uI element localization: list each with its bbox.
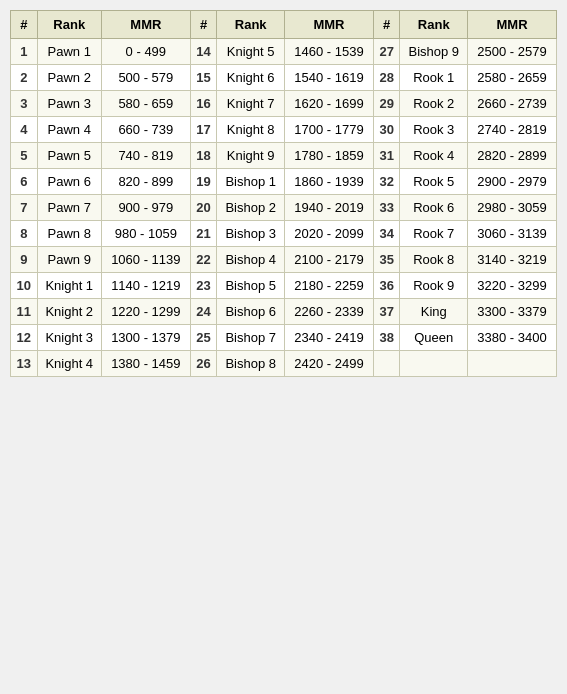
table-cell: Rook 9 — [400, 273, 468, 299]
table-cell: 11 — [11, 299, 38, 325]
table-cell: 740 - 819 — [101, 143, 190, 169]
table-cell: Knight 4 — [37, 351, 101, 377]
col-header-rank1: Rank — [37, 11, 101, 39]
table-cell: 2900 - 2979 — [468, 169, 557, 195]
table-cell: Rook 4 — [400, 143, 468, 169]
table-cell: Knight 5 — [217, 39, 285, 65]
table-cell: 34 — [373, 221, 400, 247]
table-cell: 2 — [11, 65, 38, 91]
table-cell: 1220 - 1299 — [101, 299, 190, 325]
col-header-rank2: Rank — [217, 11, 285, 39]
table-cell: 12 — [11, 325, 38, 351]
table-cell: 17 — [190, 117, 217, 143]
col-header-mmr3: MMR — [468, 11, 557, 39]
table-cell: Rook 2 — [400, 91, 468, 117]
table-row: 9Pawn 91060 - 113922Bishop 42100 - 21793… — [11, 247, 557, 273]
table-cell — [468, 351, 557, 377]
table-cell: 29 — [373, 91, 400, 117]
table-cell: 24 — [190, 299, 217, 325]
table-cell: 30 — [373, 117, 400, 143]
table-cell: 38 — [373, 325, 400, 351]
table-cell: Bishop 7 — [217, 325, 285, 351]
table-cell: 28 — [373, 65, 400, 91]
table-cell: Bishop 5 — [217, 273, 285, 299]
table-cell: Pawn 9 — [37, 247, 101, 273]
table-cell: 21 — [190, 221, 217, 247]
table-cell: 4 — [11, 117, 38, 143]
table-cell: Pawn 4 — [37, 117, 101, 143]
table-cell: 1540 - 1619 — [284, 65, 373, 91]
table-cell: Pawn 6 — [37, 169, 101, 195]
table-cell: 5 — [11, 143, 38, 169]
table-cell: 27 — [373, 39, 400, 65]
table-cell: 1060 - 1139 — [101, 247, 190, 273]
table-cell: Pawn 5 — [37, 143, 101, 169]
table-cell: 35 — [373, 247, 400, 273]
table-cell: 3380 - 3400 — [468, 325, 557, 351]
table-cell: Bishop 2 — [217, 195, 285, 221]
table-cell: 3060 - 3139 — [468, 221, 557, 247]
table-row: 8Pawn 8980 - 105921Bishop 32020 - 209934… — [11, 221, 557, 247]
table-cell: 2420 - 2499 — [284, 351, 373, 377]
table-cell: 1140 - 1219 — [101, 273, 190, 299]
table-row: 6Pawn 6820 - 89919Bishop 11860 - 193932R… — [11, 169, 557, 195]
table-cell — [400, 351, 468, 377]
table-cell: 1300 - 1379 — [101, 325, 190, 351]
table-cell: 2500 - 2579 — [468, 39, 557, 65]
table-cell: 2660 - 2739 — [468, 91, 557, 117]
table-cell: 3300 - 3379 — [468, 299, 557, 325]
table-cell: 2820 - 2899 — [468, 143, 557, 169]
table-cell: 23 — [190, 273, 217, 299]
table-row: 11Knight 21220 - 129924Bishop 62260 - 23… — [11, 299, 557, 325]
table-cell: Rook 5 — [400, 169, 468, 195]
table-cell: 0 - 499 — [101, 39, 190, 65]
table-cell: Rook 3 — [400, 117, 468, 143]
table-row: 13Knight 41380 - 145926Bishop 82420 - 24… — [11, 351, 557, 377]
table-cell: Pawn 1 — [37, 39, 101, 65]
table-cell: 9 — [11, 247, 38, 273]
table-cell: Pawn 7 — [37, 195, 101, 221]
table-cell: 36 — [373, 273, 400, 299]
table-cell: Rook 8 — [400, 247, 468, 273]
table-cell: 33 — [373, 195, 400, 221]
table-cell: 2260 - 2339 — [284, 299, 373, 325]
table-cell: 660 - 739 — [101, 117, 190, 143]
table-cell: Knight 9 — [217, 143, 285, 169]
table-cell: 31 — [373, 143, 400, 169]
table-cell: Bishop 1 — [217, 169, 285, 195]
table-row: 3Pawn 3580 - 65916Knight 71620 - 169929R… — [11, 91, 557, 117]
table-cell: Knight 2 — [37, 299, 101, 325]
table-cell: 900 - 979 — [101, 195, 190, 221]
table-cell: 2740 - 2819 — [468, 117, 557, 143]
table-row: 1Pawn 10 - 49914Knight 51460 - 153927Bis… — [11, 39, 557, 65]
table-cell: Rook 1 — [400, 65, 468, 91]
table-cell: 580 - 659 — [101, 91, 190, 117]
table-cell: 3220 - 3299 — [468, 273, 557, 299]
table-cell: Knight 7 — [217, 91, 285, 117]
table-cell: 1620 - 1699 — [284, 91, 373, 117]
table-cell: 1780 - 1859 — [284, 143, 373, 169]
col-header-mmr2: MMR — [284, 11, 373, 39]
table-cell: 3 — [11, 91, 38, 117]
ranks-table: # Rank MMR # Rank MMR # Rank MMR 1Pawn 1… — [10, 10, 557, 377]
table-cell: Pawn 8 — [37, 221, 101, 247]
table-cell: 7 — [11, 195, 38, 221]
table-cell: 26 — [190, 351, 217, 377]
table-cell: 10 — [11, 273, 38, 299]
table-cell: 20 — [190, 195, 217, 221]
table-cell: 18 — [190, 143, 217, 169]
col-header-mmr1: MMR — [101, 11, 190, 39]
table-cell: 8 — [11, 221, 38, 247]
table-cell: 820 - 899 — [101, 169, 190, 195]
table-cell: Bishop 8 — [217, 351, 285, 377]
table-row: 2Pawn 2500 - 57915Knight 61540 - 161928R… — [11, 65, 557, 91]
table-cell: Pawn 3 — [37, 91, 101, 117]
table-cell: King — [400, 299, 468, 325]
table-cell: Bishop 4 — [217, 247, 285, 273]
table-cell: 1 — [11, 39, 38, 65]
table-cell: Rook 6 — [400, 195, 468, 221]
col-header-num3: # — [373, 11, 400, 39]
table-cell: 2980 - 3059 — [468, 195, 557, 221]
table-cell: 2340 - 2419 — [284, 325, 373, 351]
table-cell: 16 — [190, 91, 217, 117]
